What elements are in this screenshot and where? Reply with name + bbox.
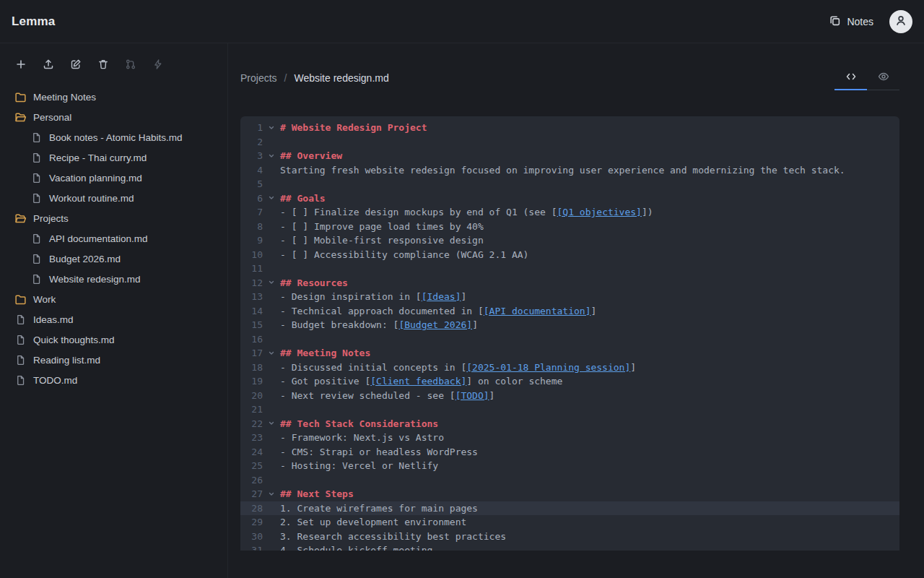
editor-line[interactable]: 25- Hosting: Vercel or Netlify [240,459,899,473]
fold-spacer [265,248,277,262]
code-text: - Hosting: Vercel or Netlify [280,460,438,471]
fold-chevron-icon[interactable] [265,149,277,163]
editor[interactable]: 1# Website Redesign Project23## Overview… [240,116,899,551]
wikilink[interactable]: [Q1 objectives] [557,207,642,217]
line-number: 9 [240,233,265,248]
sidebar-item[interactable]: Work [0,289,227,309]
sidebar-item[interactable]: Projects [0,208,227,228]
editor-line[interactable]: 24- CMS: Strapi or headless WordPress [240,445,899,460]
main-top-bar: Projects / Website redesign.md [240,66,899,90]
avatar[interactable] [889,10,912,33]
line-number: 25 [240,459,265,473]
editor-line[interactable]: 17## Meeting Notes [240,346,899,361]
editor-line[interactable]: 303. Research accessibility best practic… [240,530,899,544]
sidebar-item[interactable]: API documentation.md [0,228,227,249]
editor-line[interactable]: 15- Budget breakdown: [[Budget 2026]] [240,318,899,332]
editor-line[interactable]: 292. Set up development environment [240,515,899,530]
wikilink[interactable]: [TODO] [456,390,489,401]
edit-button[interactable] [65,55,87,75]
code-text: 2. Set up development environment [280,517,466,527]
line-content: ## Goals [277,191,326,206]
editor-line[interactable]: 4Starting fresh website redesign focused… [240,163,899,178]
view-toggle [834,66,899,90]
editor-line[interactable]: 1# Website Redesign Project [240,121,899,135]
editor-line[interactable]: 3## Overview [240,149,899,163]
editor-line[interactable]: 22## Tech Stack Considerations [240,417,899,431]
code-text: - [ ] Accessibility compliance (WCAG 2.1… [280,249,528,260]
editor-line[interactable]: 20- Next review scheduled - see [[TODO]] [240,389,899,403]
upload-button[interactable] [38,55,59,75]
sidebar-item[interactable]: Website redesign.md [0,269,227,289]
actions-button[interactable] [147,55,169,75]
fold-chevron-icon[interactable] [265,191,277,206]
sidebar-item[interactable]: Quick thoughts.md [0,329,227,350]
code-text: ] [489,390,495,401]
editor-line[interactable]: 5 [240,177,899,191]
code-text: ] [472,319,478,330]
sidebar-item[interactable]: Recipe - Thai curry.md [0,147,227,168]
sidebar-item-label: Quick thoughts.md [33,335,115,345]
editor-line[interactable]: 18- Discussed initial concepts in [[2025… [240,361,899,375]
sidebar-item[interactable]: Vacation planning.md [0,168,227,188]
fold-spacer [265,304,277,319]
line-number: 13 [240,290,265,304]
new-note-button[interactable] [10,55,32,75]
fold-chevron-icon[interactable] [265,276,277,290]
line-content: - Discussed initial concepts in [[2025-0… [277,361,636,375]
line-number: 19 [240,374,265,389]
wikilink[interactable]: [2025-01-18 Planning session] [466,362,630,373]
sidebar-item[interactable]: Reading list.md [0,350,227,370]
plus-icon [15,59,27,72]
editor-line[interactable]: 8- [ ] Improve page load times by 40% [240,220,899,234]
sidebar-item[interactable]: Workout routine.md [0,188,227,208]
line-content: 2. Set up development environment [277,515,466,530]
editor-line[interactable]: 13- Design inspiration in [[Ideas]] [240,290,899,304]
sidebar-item[interactable]: Budget 2026.md [0,249,227,269]
editor-line[interactable]: 19- Got positive [[Client feedback]] on … [240,374,899,389]
wikilink[interactable]: [Budget 2026] [398,319,472,330]
merge-button[interactable] [120,55,141,75]
fold-chevron-icon[interactable] [265,121,277,135]
editor-line[interactable]: 6## Goals [240,191,899,206]
notes-button[interactable]: Notes [823,10,879,33]
wikilink[interactable]: [Ideas] [422,291,461,302]
sidebar-item[interactable]: TODO.md [0,370,227,390]
sidebar-item[interactable]: Personal [0,107,227,127]
sidebar-item[interactable]: Book notes - Atomic Habits.md [0,127,227,147]
editor-line[interactable]: 10- [ ] Accessibility compliance (WCAG 2… [240,248,899,262]
editor-line[interactable]: 21 [240,402,899,417]
notes-label: Notes [847,16,873,27]
breadcrumb-parent[interactable]: Projects [240,72,277,84]
line-content [277,135,280,150]
editor-line[interactable]: 314. Schedule kickoff meeting [240,543,899,551]
line-content: ## Next Steps [277,487,354,501]
breadcrumb-current: Website redesign.md [294,72,388,84]
editor-line[interactable]: 26 [240,473,899,488]
fold-chevron-icon[interactable] [265,346,277,361]
tab-source-view[interactable] [834,66,867,90]
fold-chevron-icon[interactable] [265,417,277,431]
heading-text: ## Next Steps [280,488,354,499]
editor-line[interactable]: 7- [ ] Finalize design mockups by end of… [240,205,899,220]
editor-line[interactable]: 16 [240,332,899,347]
editor-line[interactable]: 27## Next Steps [240,487,899,501]
wikilink[interactable]: [API documentation] [484,306,591,316]
editor-line[interactable]: 11 [240,262,899,276]
wikilink[interactable]: [Client feedback] [370,376,466,387]
file-icon [14,334,27,346]
sidebar-item[interactable]: Meeting Notes [0,87,227,107]
editor-line[interactable]: 23- Framework: Next.js vs Astro [240,431,899,445]
editor-line[interactable]: 2 [240,135,899,150]
sidebar-item[interactable]: Ideas.md [0,309,227,329]
line-number: 8 [240,220,265,234]
fold-spacer [265,262,277,276]
editor-line[interactable]: 9- [ ] Mobile-first responsive design [240,233,899,248]
code-text: ] [590,306,596,316]
editor-line[interactable]: 14- Technical approach documented in [[A… [240,304,899,319]
tab-preview[interactable] [867,66,899,90]
editor-line[interactable]: 281. Create wireframes for main pages [240,501,899,516]
editor-line[interactable]: 12## Resources [240,276,899,290]
fold-chevron-icon[interactable] [265,487,277,501]
line-number: 26 [240,473,265,488]
delete-button[interactable] [92,55,114,75]
